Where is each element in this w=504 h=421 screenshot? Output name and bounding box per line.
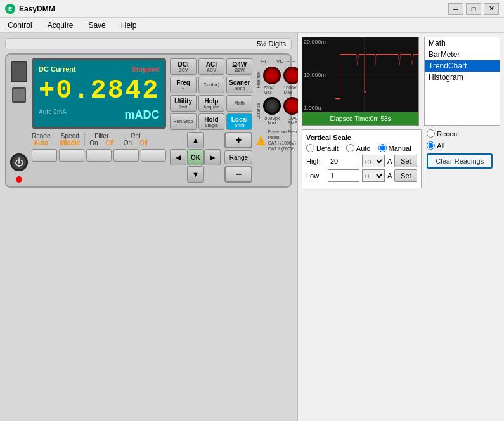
plus-button[interactable]: +: [224, 132, 252, 148]
nav-right[interactable]: ▶: [204, 149, 221, 165]
rel-label: Rel: [131, 133, 140, 139]
power-button[interactable]: ⏻: [10, 153, 28, 171]
conn-vo-label: VΩ → ←: [276, 58, 297, 64]
list-item-barmeter[interactable]: BarMeter: [425, 49, 500, 60]
list-item-trendchart[interactable]: TrendChart: [425, 60, 500, 72]
radio-all[interactable]: All: [427, 141, 493, 150]
conn-200v: 200V Max: [263, 86, 281, 94]
high-value-input[interactable]: [328, 155, 359, 167]
func-single-label: Single: [205, 123, 218, 128]
func-aci[interactable]: ACI ACV: [198, 58, 224, 75]
radio-manual-input[interactable]: [378, 144, 387, 152]
high-set-button[interactable]: Set: [394, 155, 417, 167]
display-footer: Auto 2mA mADC: [39, 108, 159, 122]
low-unit-suffix: A: [387, 172, 392, 179]
minus-button[interactable]: −: [224, 166, 252, 183]
func-scaner[interactable]: Scaner Temp: [226, 77, 252, 93]
softkey-3[interactable]: [86, 149, 112, 162]
func-utility[interactable]: Utility 2nd: [170, 95, 196, 112]
high-unit-select[interactable]: m u k: [362, 155, 385, 167]
range-value: Auto: [34, 139, 48, 146]
func-utility-top: Utility: [174, 98, 192, 105]
close-button[interactable]: ✕: [484, 3, 499, 15]
softkey-buttons: [32, 149, 166, 162]
list-item-math[interactable]: Math: [425, 37, 500, 49]
func-dci[interactable]: DCI DCV: [170, 58, 196, 75]
range-button[interactable]: Range: [224, 150, 252, 164]
func-local-label: Local: [231, 116, 248, 123]
func-freq-label: Freq: [176, 79, 190, 86]
func-ohm4w[interactable]: Ω4W Ω2W: [226, 58, 252, 75]
softkey-2[interactable]: [59, 149, 84, 162]
display-mode: DC Current: [39, 65, 76, 73]
low-set-button[interactable]: Set: [394, 169, 417, 182]
display-status: Stopped: [131, 65, 159, 73]
radio-auto[interactable]: Auto: [346, 144, 371, 152]
menu-save[interactable]: Save: [86, 20, 108, 31]
radio-default-input[interactable]: [306, 144, 314, 152]
hisense-label: Hisense: [256, 72, 261, 88]
nav-ok[interactable]: OK: [187, 149, 204, 165]
func-math[interactable]: Math: [226, 95, 252, 112]
maximize-button[interactable]: □: [466, 3, 481, 15]
conn-top-row: Hisense 200V Max 1000V Max: [256, 67, 301, 94]
radio-default[interactable]: Default: [306, 144, 339, 152]
title-bar-left: E EasyDMM: [5, 4, 55, 14]
conn-hi-label: HI: [261, 58, 266, 64]
status-light: [16, 176, 22, 183]
func-shift[interactable]: Local Shift: [226, 113, 252, 130]
func-row-1: DCI DCV ACI ACV Ω4W Ω2W: [170, 58, 252, 75]
cat2-label: CAT II (600V): [268, 146, 302, 152]
func-help[interactable]: Help Acquire: [198, 95, 224, 112]
high-unit-suffix: A: [387, 157, 392, 165]
func-scaner-label: Scaner: [229, 79, 250, 86]
bottom-main: Vertical Scale Default Auto Manual: [302, 129, 500, 191]
func-runstop[interactable]: Run Stop: [170, 113, 196, 130]
conn-top-labels: HI VΩ → ←: [261, 58, 297, 64]
radio-manual[interactable]: Manual: [378, 144, 411, 152]
func-hold-top: Hold: [204, 116, 218, 123]
menu-control[interactable]: Control: [5, 20, 35, 31]
display-unit: mADC: [124, 108, 159, 122]
radio-recent[interactable]: Recent: [427, 129, 493, 138]
radio-recent-input[interactable]: [427, 129, 435, 138]
display-reading: +0.2842: [39, 75, 159, 106]
func-row-4: Run Stop Hold Single Local Shift: [170, 113, 252, 130]
low-value-input[interactable]: [328, 169, 359, 182]
low-unit-select[interactable]: u m k: [362, 169, 385, 182]
radio-auto-input[interactable]: [346, 144, 354, 152]
title-bar-controls[interactable]: ─ □ ✕: [448, 3, 499, 15]
nav-empty-1: [170, 132, 186, 148]
clear-readings-button[interactable]: Clear Readings: [427, 153, 493, 169]
func-runstop-label: Run Stop: [174, 119, 193, 124]
func-freq[interactable]: Freq −: [170, 77, 196, 93]
nav-left[interactable]: ◀: [170, 149, 186, 165]
instrument-main: DC Current Stopped +0.2842 Auto 2mA mADC…: [32, 58, 166, 183]
nav-empty-2: [204, 132, 221, 148]
y-label-top: 20.000m: [304, 39, 334, 45]
func-ohm2w-label: Ω2W: [235, 68, 245, 73]
radio-default-label: Default: [316, 145, 339, 152]
main-content: 5½ Digits ⏻ DC Current Stopped: [0, 33, 504, 421]
nav-up[interactable]: ▲: [187, 132, 204, 148]
func-hold[interactable]: Hold Single: [198, 113, 224, 130]
nav-down[interactable]: ▼: [187, 166, 204, 183]
cat-labels: Fused on Rear Panel CAT I (1000V) CAT II…: [268, 129, 302, 152]
app-title: EasyDMM: [19, 4, 55, 13]
softkey-5[interactable]: [141, 149, 166, 162]
func-help-top: Help: [205, 98, 219, 105]
menu-help[interactable]: Help: [119, 20, 139, 31]
softkey-4[interactable]: [113, 149, 139, 162]
menu-acquire[interactable]: Acquire: [45, 20, 76, 31]
filter-on-label: On: [89, 139, 98, 146]
warning-symbol: !: [260, 139, 262, 145]
radio-all-input[interactable]: [427, 141, 435, 150]
list-item-histogram[interactable]: Histogram: [425, 72, 500, 83]
range-controls: + Range −: [224, 132, 252, 183]
range-control: Range Auto: [32, 133, 50, 146]
func-cont[interactable]: Cont◄): [198, 77, 224, 93]
minimize-button[interactable]: ─: [448, 3, 463, 15]
radio-row-scale: Default Auto Manual: [306, 144, 417, 152]
softkey-1[interactable]: [32, 149, 57, 162]
usb-port-1: [11, 61, 27, 82]
